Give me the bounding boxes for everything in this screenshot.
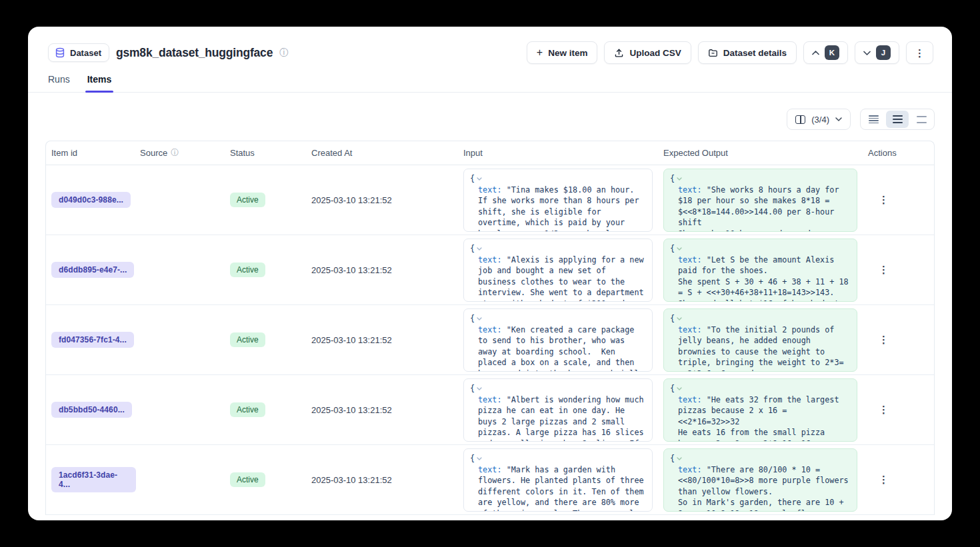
folder-icon [708,48,718,58]
tab-bar: Runs Items [28,74,952,93]
json-collapse-chevron-icon[interactable] [477,317,482,320]
new-item-button[interactable]: + New item [527,41,598,64]
kebab-icon: ⋮ [915,48,925,58]
nav-up-user-button[interactable]: K [803,41,848,64]
row-actions-kebab-icon[interactable]: ⋮ [868,404,889,416]
expected-output-json-cell[interactable]: { text: "He eats 32 from the largest piz… [663,378,857,442]
plus-icon: + [537,47,543,58]
tab-runs[interactable]: Runs [48,74,70,92]
json-key: text [678,185,697,195]
table-row: fd047356-7fc1-4... Active 2025-03-10 13:… [46,305,934,375]
status-badge: Active [230,332,265,347]
dataset-details-label: Dataset details [723,48,787,58]
row-actions-kebab-icon[interactable]: ⋮ [868,474,889,486]
json-key: text [678,325,697,334]
title-info-icon[interactable]: ⓘ [279,47,289,59]
input-json-cell[interactable]: { text: "Mark has a garden with flowers.… [463,448,653,512]
page-title: gsm8k_dataset_huggingface [116,46,273,60]
upload-csv-button[interactable]: Upload CSV [604,41,691,64]
table-row: db5bbd50-4460... Active 2025-03-10 13:21… [46,375,934,445]
dataset-type-badge: Dataset [48,43,109,62]
json-collapse-chevron-icon[interactable] [677,177,682,181]
created-at-value: 2025-03-10 13:21:52 [311,405,392,415]
expected-output-json-cell[interactable]: { text: "There are 80/100 * 10 = <<80/10… [663,448,857,512]
json-collapse-chevron-icon[interactable] [477,177,482,181]
row-height-compact-icon [869,115,879,123]
avatar: K [825,45,839,60]
col-header-input[interactable]: Input [459,148,659,158]
json-key: text [678,465,697,474]
row-actions-kebab-icon[interactable]: ⋮ [868,194,889,206]
table-row: d049d0c3-988e... Active 2025-03-10 13:21… [46,165,934,235]
nav-down-user-button[interactable]: J [855,41,899,64]
upload-icon [614,48,624,58]
source-cell [136,375,226,444]
json-collapse-chevron-icon[interactable] [477,247,482,251]
row-height-medium-icon [893,115,903,123]
row-height-medium-button[interactable] [886,111,909,128]
columns-count: (3/4) [811,115,829,125]
input-json-cell[interactable]: { text: "Albert is wondering how much pi… [463,378,653,442]
created-at-value: 2025-03-10 13:21:52 [311,195,392,205]
col-header-created-at[interactable]: Created At [307,148,459,158]
expected-output-json-cell[interactable]: { text: "To the initial 2 pounds of jell… [663,308,857,372]
json-collapse-chevron-icon[interactable] [677,317,682,320]
table-row: 1acd6f31-3dae-4... Active 2025-03-10 13:… [46,445,934,515]
item-id-badge[interactable]: d6ddb895-e4e7-... [51,262,134,278]
column-visibility-button[interactable]: (3/4) [787,109,851,130]
json-key: text [478,465,497,474]
expected-output-json-cell[interactable]: { text: "Let S be the amount Alexis paid… [663,239,857,302]
item-id-badge[interactable]: d049d0c3-988e... [51,192,131,208]
item-id-badge[interactable]: fd047356-7fc1-4... [51,332,134,348]
row-actions-kebab-icon[interactable]: ⋮ [868,264,889,276]
json-open-brace: { [670,243,675,255]
source-info-icon[interactable]: ⓘ [171,147,179,159]
json-collapse-chevron-icon[interactable] [477,457,482,460]
status-badge: Active [230,193,265,207]
json-open-brace: { [470,173,475,185]
json-collapse-chevron-icon[interactable] [677,387,682,390]
col-header-source[interactable]: Source ⓘ [136,147,226,159]
json-open-brace: { [670,453,675,464]
status-badge: Active [230,472,265,487]
upload-csv-label: Upload CSV [629,48,681,58]
row-height-compact-button[interactable] [862,111,885,128]
row-height-tall-icon [917,116,927,123]
dataset-details-button[interactable]: Dataset details [698,41,797,64]
json-key: text [478,185,497,195]
row-actions-kebab-icon[interactable]: ⋮ [868,334,889,346]
json-collapse-chevron-icon[interactable] [477,387,482,390]
created-at-value: 2025-03-10 13:21:52 [311,265,392,275]
json-open-brace: { [470,243,475,255]
col-header-item-id[interactable]: Item id [46,148,136,158]
header-kebab-menu-button[interactable]: ⋮ [906,41,933,64]
expected-output-json-cell[interactable]: { text: "She works 8 hours a day for $18… [663,169,857,232]
col-header-status[interactable]: Status [226,148,307,158]
source-cell [136,165,226,235]
json-key: text [478,255,497,265]
json-open-brace: { [670,313,675,324]
input-json-cell[interactable]: { text: "Tina makes $18.00 an hour. If s… [463,169,653,232]
col-header-expected-output[interactable]: Expected Output [659,148,864,158]
col-header-actions: Actions [864,148,934,158]
new-item-label: New item [548,48,587,58]
tab-items[interactable]: Items [87,74,112,92]
columns-icon [795,115,805,124]
input-json-cell[interactable]: { text: "Ken created a care package to s… [463,308,653,372]
items-table: Item id Source ⓘ Status Created At Input… [45,141,935,515]
json-collapse-chevron-icon[interactable] [677,247,682,251]
chevron-down-icon [863,51,871,55]
json-open-brace: { [470,313,475,324]
item-id-badge[interactable]: db5bbd50-4460... [51,402,132,418]
page-header: Dataset gsm8k_dataset_huggingface ⓘ + Ne… [28,27,952,64]
json-collapse-chevron-icon[interactable] [677,457,682,460]
item-id-badge[interactable]: 1acd6f31-3dae-4... [51,467,136,492]
input-json-cell[interactable]: { text: "Alexis is applying for a new jo… [463,239,653,302]
created-at-value: 2025-03-10 13:21:52 [311,335,392,345]
row-height-tall-button[interactable] [910,111,933,128]
table-toolbar: (3/4) [45,109,935,130]
dataset-window: Dataset gsm8k_dataset_huggingface ⓘ + Ne… [28,27,952,520]
avatar: J [876,45,891,60]
source-cell [136,305,226,374]
dataset-badge-label: Dataset [70,48,101,58]
